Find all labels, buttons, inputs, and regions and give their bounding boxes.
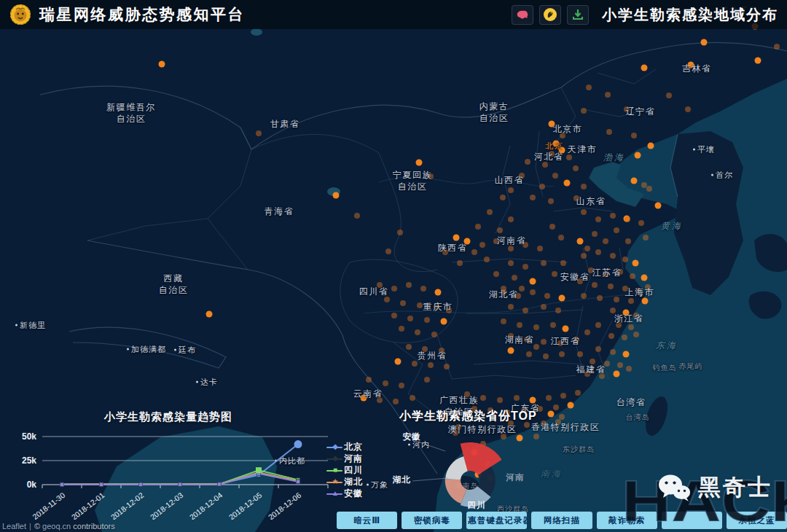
infection-dot[interactable]	[471, 450, 478, 456]
infection-dot[interactable]	[514, 395, 520, 401]
infection-dot[interactable]	[588, 267, 594, 273]
infection-dot[interactable]	[645, 284, 651, 290]
leaflet-link[interactable]: Leaflet	[2, 522, 26, 531]
infection-dot[interactable]	[475, 224, 481, 230]
infection-dot[interactable]	[428, 173, 434, 179]
infection-dot[interactable]	[642, 298, 649, 305]
infection-dot[interactable]	[624, 106, 630, 112]
china-map-button[interactable]	[512, 5, 533, 25]
infection-dot[interactable]	[533, 434, 539, 439]
legend-item[interactable]: ★湖北	[326, 476, 363, 488]
infection-dot[interactable]	[553, 404, 559, 410]
infection-dot[interactable]	[610, 213, 616, 219]
infection-dot[interactable]	[630, 273, 635, 279]
infection-dot[interactable]	[455, 424, 461, 430]
infection-dot[interactable]	[595, 346, 601, 352]
infection-dot[interactable]	[508, 333, 514, 339]
infection-dot[interactable]	[501, 434, 506, 439]
infection-dot[interactable]	[508, 304, 514, 310]
infection-dot[interactable]	[407, 316, 413, 321]
infection-dot[interactable]	[559, 295, 565, 302]
infection-dot[interactable]	[442, 249, 448, 255]
infection-dot[interactable]	[206, 311, 213, 318]
infection-dot[interactable]	[608, 283, 614, 289]
infection-dot[interactable]	[487, 209, 493, 215]
infection-dot[interactable]	[422, 346, 428, 352]
infection-dot[interactable]	[501, 318, 506, 324]
infection-dot[interactable]	[584, 371, 590, 377]
infection-dot[interactable]	[406, 282, 412, 288]
infection-dot[interactable]	[424, 317, 430, 323]
infection-dot[interactable]	[488, 407, 493, 413]
infection-dot[interactable]	[638, 220, 644, 226]
infection-dot[interactable]	[530, 278, 536, 285]
infection-dot[interactable]	[555, 308, 561, 313]
rooster-badge-button[interactable]	[539, 5, 561, 25]
infection-dot[interactable]	[256, 130, 262, 136]
infection-dot[interactable]	[584, 329, 590, 335]
infection-dot[interactable]	[655, 203, 662, 209]
infection-dot[interactable]	[484, 257, 490, 262]
threat-type-button[interactable]: 永恒之蓝	[727, 512, 787, 529]
infection-dot[interactable]	[464, 238, 471, 245]
infection-dot[interactable]	[603, 238, 608, 244]
infection-dot[interactable]	[377, 282, 383, 288]
infection-dot[interactable]	[485, 461, 490, 466]
infection-dot[interactable]	[597, 295, 603, 301]
infection-dot[interactable]	[599, 373, 605, 379]
infection-dot[interactable]	[471, 406, 477, 412]
download-button[interactable]	[567, 5, 589, 25]
infection-dot[interactable]	[508, 187, 514, 193]
infection-dot[interactable]	[617, 269, 623, 275]
infection-dot[interactable]	[631, 133, 637, 138]
infection-dot[interactable]	[530, 289, 536, 295]
infection-dot[interactable]	[685, 106, 691, 112]
infection-dot[interactable]	[592, 231, 598, 237]
infection-dot[interactable]	[417, 302, 423, 308]
infection-dot[interactable]	[497, 227, 503, 233]
infection-dot[interactable]	[544, 293, 550, 299]
infection-dot[interactable]	[577, 278, 583, 284]
infection-dot[interactable]	[415, 329, 420, 335]
infection-dot[interactable]	[383, 380, 388, 386]
infection-dot[interactable]	[573, 195, 579, 201]
infection-dot[interactable]	[633, 332, 639, 337]
infection-dot[interactable]	[541, 339, 547, 345]
threat-type-button[interactable]: 密锁病毒	[402, 512, 462, 529]
infection-dot[interactable]	[354, 213, 360, 219]
infection-dot[interactable]	[457, 260, 463, 266]
infection-dot[interactable]	[159, 61, 165, 68]
infection-dot[interactable]	[625, 238, 631, 244]
infection-dot[interactable]	[575, 390, 581, 396]
infection-dot[interactable]	[517, 322, 522, 328]
infection-dot[interactable]	[431, 332, 437, 337]
infection-dot[interactable]	[524, 337, 530, 343]
infection-dot[interactable]	[399, 383, 404, 388]
infection-dot[interactable]	[577, 238, 584, 245]
infection-dot[interactable]	[406, 344, 412, 350]
infection-dot[interactable]	[610, 308, 616, 313]
infection-dot[interactable]	[504, 410, 510, 415]
infection-dot[interactable]	[512, 275, 517, 281]
infection-dot[interactable]	[525, 159, 530, 165]
legend-item[interactable]: ■四川	[326, 464, 363, 476]
threat-type-button[interactable]: 网络扫描	[531, 512, 592, 529]
infection-dot[interactable]	[519, 286, 525, 292]
infection-dot[interactable]	[399, 326, 404, 332]
infection-dot[interactable]	[549, 151, 555, 157]
infection-dot[interactable]	[446, 308, 452, 313]
infection-dot[interactable]	[623, 351, 630, 358]
legend-item[interactable]: ◆河南	[326, 453, 363, 464]
infection-dot[interactable]	[628, 324, 634, 330]
infection-dot[interactable]	[558, 235, 564, 240]
infection-dot[interactable]	[391, 286, 397, 292]
threat-type-button[interactable]: 惠普键盘记录器	[466, 512, 527, 529]
infection-dot[interactable]	[543, 353, 549, 359]
infection-dot[interactable]	[493, 271, 499, 277]
infection-dot[interactable]	[666, 93, 672, 98]
infection-dot[interactable]	[500, 195, 506, 200]
infection-dot[interactable]	[648, 143, 654, 149]
infection-dot[interactable]	[522, 242, 528, 248]
infection-dot[interactable]	[416, 160, 423, 166]
infection-dot[interactable]	[623, 310, 630, 316]
